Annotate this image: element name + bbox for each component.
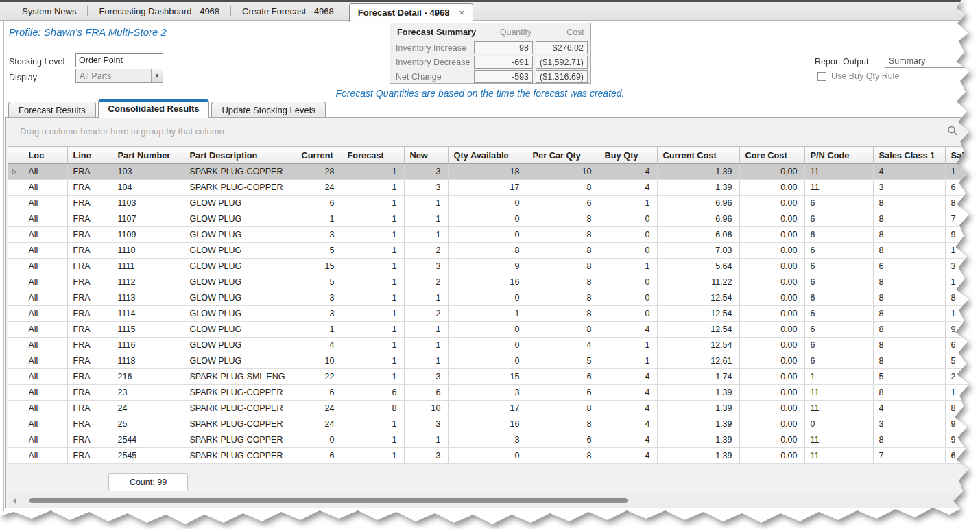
table-row[interactable]: AllFRA2544SPARK PLUG-COPPER0113641.390.0…	[8, 432, 974, 448]
column-header-line[interactable]: Line	[67, 147, 112, 164]
row-indicator	[8, 432, 23, 448]
grid-cell: FRA	[67, 322, 112, 338]
grid-cell: 10	[527, 164, 599, 180]
grid-cell: 3	[296, 290, 342, 306]
grid-cell: 4	[599, 369, 657, 385]
tab-forecasting-dashboard[interactable]: Forecasting Dashboard - 4968	[92, 6, 226, 16]
net-change-cost: ($1,316.69)	[536, 70, 588, 83]
tab-forecast-detail[interactable]: Forecast Detail - 4968 ×	[349, 3, 473, 22]
grid-cell: All	[23, 211, 67, 227]
column-header-part-description[interactable]: Part Description	[184, 147, 296, 164]
grid-cell: SPARK PLUG-COPPER	[184, 448, 296, 464]
column-header-current-cost[interactable]: Current Cost	[657, 147, 739, 164]
grid-cell: 103	[112, 164, 184, 180]
table-row[interactable]: AllFRA2545SPARK PLUG-COPPER6130841.390.0…	[8, 448, 974, 464]
search-icon[interactable]	[946, 125, 959, 137]
grid-cell: 1	[342, 432, 404, 448]
grid-cell: 6	[342, 385, 404, 401]
grid-cell: 1	[404, 196, 448, 211]
table-row[interactable]: AllFRA1111GLOW PLUG15139815.640.00663	[8, 259, 974, 274]
row-indicator-header	[8, 147, 23, 164]
grid-cell: 3	[404, 369, 448, 385]
table-row[interactable]: AllFRA1115GLOW PLUG11108412.540.00689	[8, 322, 974, 338]
grid-cell: 1	[342, 290, 404, 306]
tab-system-news[interactable]: System News	[15, 6, 83, 16]
tab-create-forecast[interactable]: Create Forecast - 4968	[235, 6, 341, 16]
grid-cell: 3	[404, 448, 448, 464]
grid-cell: 3	[873, 416, 945, 432]
grid-cell: FRA	[67, 338, 112, 353]
grid-cell: GLOW PLUG	[184, 196, 296, 211]
column-header-new[interactable]: New	[404, 147, 448, 164]
table-row[interactable]: AllFRA24SPARK PLUG-COPPER2481017841.390.…	[8, 401, 974, 416]
table-row[interactable]: AllFRA1110GLOW PLUG5128807.030.00681	[8, 243, 974, 259]
table-row[interactable]: AllFRA23SPARK PLUG-COPPER6663641.390.001…	[8, 385, 974, 401]
horizontal-scrollbar[interactable]	[8, 494, 974, 508]
tab-consolidated-results[interactable]: Consolidated Results	[98, 99, 210, 118]
grid-cell: 1.39	[657, 448, 739, 464]
table-row[interactable]: AllFRA1103GLOW PLUG6110616.960.00688	[8, 196, 974, 211]
group-by-bar[interactable]: Drag a column header here to group by th…	[6, 118, 974, 145]
grid-cell: FRA	[67, 259, 112, 274]
grid-cell: 15	[296, 259, 342, 274]
inventory-decrease-quantity: -691	[474, 56, 533, 69]
row-indicator	[8, 401, 23, 416]
grid-cell: 12.54	[657, 306, 739, 322]
stocking-level-input[interactable]	[75, 53, 163, 67]
grid-cell: 3	[448, 432, 527, 448]
column-header-sales-class-2[interactable]: Sales Class 2	[945, 147, 974, 164]
table-row[interactable]: AllFRA25SPARK PLUG-COPPER241316841.390.0…	[8, 416, 974, 432]
grid-cell: GLOW PLUG	[184, 227, 296, 243]
grid-cell: 10	[404, 401, 448, 416]
scrollbar-thumb[interactable]	[29, 498, 628, 503]
grid-cell: 8	[873, 385, 945, 401]
grid-cell: 4	[527, 338, 599, 353]
grid-cell: 6	[296, 448, 342, 464]
column-header-forecast[interactable]: Forecast	[342, 147, 404, 164]
column-header-qty-available[interactable]: Qty Available	[448, 147, 527, 164]
column-header-loc[interactable]: Loc	[23, 147, 67, 164]
column-header-current[interactable]: Current	[296, 147, 342, 164]
table-row[interactable]: AllFRA1112GLOW PLUG512168011.220.00681	[8, 274, 974, 290]
grid-cell: GLOW PLUG	[184, 211, 296, 227]
grid-cell: 0	[448, 448, 527, 464]
grid-cell: 1	[945, 274, 974, 290]
grid-cell: 28	[296, 164, 342, 180]
grid-cell: 9	[945, 416, 974, 432]
column-header-buy-qty[interactable]: Buy Qty	[599, 147, 657, 164]
column-header-core-cost[interactable]: Core Cost	[739, 147, 804, 164]
table-row[interactable]: AllFRA1109GLOW PLUG3110806.060.00689	[8, 227, 974, 243]
grid-cell: 1	[404, 353, 448, 369]
grid-cell: 1	[599, 338, 657, 353]
table-row[interactable]: AllFRA1113GLOW PLUG31108012.540.00688	[8, 290, 974, 306]
table-row[interactable]: AllFRA1118GLOW PLUG101105112.610.00685	[8, 353, 974, 369]
display-dropdown[interactable]: All Parts ▼	[75, 69, 163, 83]
column-header-part-number[interactable]: Part Number	[112, 147, 184, 164]
report-output-dropdown[interactable]: Summary	[885, 54, 975, 68]
grid-cell: 1118	[112, 353, 184, 369]
tab-update-stocking-levels[interactable]: Update Stocking Levels	[211, 102, 326, 118]
grid-cell: 0.00	[739, 274, 804, 290]
grid-cell: 11	[804, 432, 873, 448]
grid-cell: 6	[804, 353, 873, 369]
inventory-increase-cost: $276.02	[536, 41, 588, 54]
tab-forecast-detail-label: Forecast Detail - 4968	[358, 8, 450, 18]
column-header-sales-class-1[interactable]: Sales Class 1	[873, 147, 945, 164]
grid-cell: 1	[342, 338, 404, 353]
table-row[interactable]: AllFRA1114GLOW PLUG31218012.540.00681	[8, 306, 974, 322]
column-header-p-n-code[interactable]: P/N Code	[804, 147, 873, 164]
table-row[interactable]: AllFRA104SPARK PLUG-COPPER241317841.390.…	[8, 180, 974, 196]
table-row[interactable]: AllFRA216SPARK PLUG-SML ENG221315641.740…	[8, 369, 974, 385]
table-row[interactable]: ▷AllFRA103SPARK PLUG-COPPER2813181041.39…	[8, 164, 974, 180]
grid-cell: 1.74	[657, 369, 739, 385]
table-row[interactable]: AllFRA1116GLOW PLUG41104112.540.00686	[8, 338, 974, 353]
table-row[interactable]: AllFRA1107GLOW PLUG1110806.960.00687	[8, 211, 974, 227]
tab-forecast-results[interactable]: Forecast Results	[8, 102, 96, 118]
column-header-per-car-qty[interactable]: Per Car Qty	[527, 147, 599, 164]
chevron-down-icon[interactable]: ▼	[151, 69, 163, 82]
close-icon[interactable]: ×	[459, 8, 464, 18]
use-buy-qty-rule-checkbox[interactable]	[817, 72, 826, 81]
scroll-left-icon[interactable]	[13, 498, 16, 504]
document-tab-strip: System News Forecasting Dashboard - 4968…	[0, 0, 967, 21]
grid-cell: 12.54	[657, 338, 739, 353]
